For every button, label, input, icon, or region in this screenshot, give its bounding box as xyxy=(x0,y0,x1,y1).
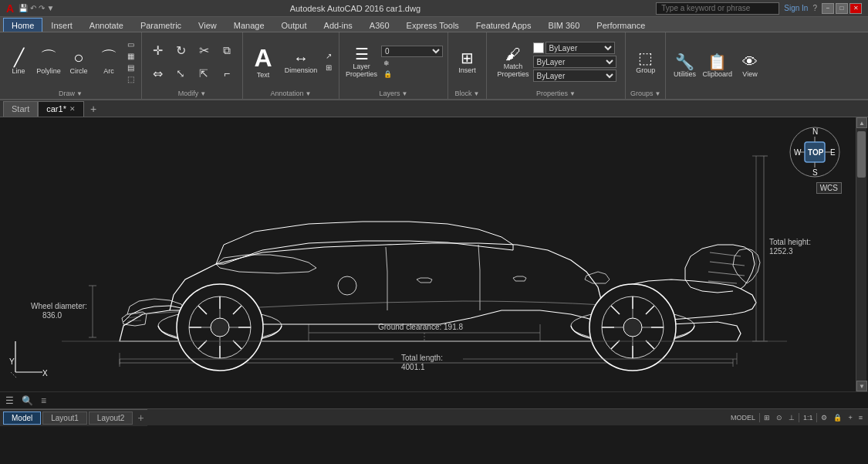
copy-button[interactable]: ⧉ xyxy=(216,39,238,61)
tab-expresstools[interactable]: Express Tools xyxy=(398,18,468,32)
compass-rose: N S E W TOP xyxy=(788,125,842,179)
rotate-icon: ↻ xyxy=(176,43,186,58)
table-button[interactable]: ⊞ xyxy=(323,63,334,73)
block-expand-icon[interactable]: ▼ xyxy=(474,90,480,97)
command-icon-2[interactable]: 🔍 xyxy=(19,395,35,407)
maximize-button[interactable]: □ xyxy=(836,3,848,14)
svg-text:X: X xyxy=(42,369,48,378)
tab-car1[interactable]: car1* ✕ xyxy=(38,101,84,117)
layer-extra-2[interactable]: 🔒 xyxy=(381,69,443,79)
trim-button[interactable]: ✂ xyxy=(193,39,214,61)
start-tab-label: Start xyxy=(12,104,29,113)
rotate-button[interactable]: ↻ xyxy=(170,39,191,61)
command-icon-3[interactable]: ≡ xyxy=(39,395,49,407)
grid-button[interactable]: ⊞ xyxy=(762,414,772,422)
tab-layout2[interactable]: Layout2 xyxy=(89,412,133,425)
linetype-select[interactable]: ByLayer xyxy=(533,56,616,68)
multileader-button[interactable]: ↗ xyxy=(323,51,334,61)
car1-tab-label: car1* xyxy=(46,104,66,113)
car1-tab-close[interactable]: ✕ xyxy=(69,105,76,113)
polyline-button[interactable]: ⌒ Polyline xyxy=(35,48,62,76)
move-button[interactable]: ✛ xyxy=(147,39,168,61)
scroll-down-button[interactable]: ▼ xyxy=(856,381,867,391)
minimize-button[interactable]: − xyxy=(822,3,834,14)
tab-insert[interactable]: Insert xyxy=(42,18,81,32)
boundary-button[interactable]: ⬚ xyxy=(125,74,137,84)
tab-manage[interactable]: Manage xyxy=(225,18,273,32)
text-button[interactable]: A Text xyxy=(248,44,279,80)
gradient-button[interactable]: ▤ xyxy=(125,63,137,73)
match-properties-button[interactable]: 🖌 Match Properties xyxy=(496,45,531,80)
lock-icon[interactable]: 🔒 xyxy=(831,414,844,422)
tab-model[interactable]: Model xyxy=(3,412,41,425)
color-select[interactable]: ByLayer xyxy=(545,42,615,54)
svg-point-24 xyxy=(211,318,229,337)
vertical-scrollbar[interactable]: ▲ ▼ xyxy=(856,117,866,391)
snap-button[interactable]: ⊙ xyxy=(774,414,785,422)
draw-expand-icon[interactable]: ▼ xyxy=(76,90,83,97)
ribbon-group-groups: ⬚ Group Groups ▼ xyxy=(626,32,666,99)
model-status[interactable]: MODEL xyxy=(728,414,758,422)
drawing-viewport[interactable]: -][Top][2D Wireframe] − □ ✕ Total height… xyxy=(0,117,856,391)
signin-button[interactable]: Sign In xyxy=(784,4,808,12)
command-icon-1[interactable]: ☰ xyxy=(3,395,16,407)
tab-performance[interactable]: Performance xyxy=(588,18,654,32)
tab-output[interactable]: Output xyxy=(273,18,316,32)
search-input[interactable] xyxy=(656,2,779,15)
plus-icon[interactable]: + xyxy=(846,414,854,422)
new-layout-button[interactable]: + xyxy=(134,412,147,424)
scale-button[interactable]: ⤡ xyxy=(170,63,191,84)
new-document-button[interactable]: + xyxy=(84,101,103,117)
circle-button[interactable]: ○ Circle xyxy=(65,48,93,76)
multileader-icon: ↗ xyxy=(326,52,332,60)
svg-text:Total height:: Total height: xyxy=(769,238,811,246)
circle-icon: ○ xyxy=(73,49,83,66)
layers-expand-icon[interactable]: ▼ xyxy=(402,90,408,97)
line-button[interactable]: ╱ Line xyxy=(5,48,32,76)
close-button[interactable]: ✕ xyxy=(849,3,862,14)
dimension-button[interactable]: ↔ Dimension xyxy=(281,49,321,76)
hatch-button[interactable]: ▦ xyxy=(125,51,137,61)
fillet-button[interactable]: ⌐ xyxy=(216,63,238,84)
settings-icon[interactable]: ⚙ xyxy=(819,414,829,422)
clipboard-button[interactable]: 📋 Clipboard xyxy=(701,52,734,80)
mirror-button[interactable]: ⇔ xyxy=(147,63,168,84)
annotation-expand-icon[interactable]: ▼ xyxy=(306,90,312,97)
tab-a360[interactable]: A360 xyxy=(361,18,398,32)
document-tab-bar: Start car1* ✕ + xyxy=(0,100,868,117)
command-input[interactable] xyxy=(52,396,865,405)
tab-view[interactable]: View xyxy=(190,18,225,32)
utilities-button[interactable]: 🔧 Utilities xyxy=(670,52,698,80)
tab-bim360[interactable]: BIM 360 xyxy=(539,18,588,32)
stretch-button[interactable]: ⇱ xyxy=(193,63,214,84)
tab-addins[interactable]: Add-ins xyxy=(316,18,361,32)
tab-home[interactable]: Home xyxy=(3,18,42,32)
layer-select[interactable]: 0 xyxy=(381,46,443,57)
tab-parametric[interactable]: Parametric xyxy=(132,18,190,32)
layer-extra-1[interactable]: ❄ xyxy=(381,59,443,68)
modify-expand-icon[interactable]: ▼ xyxy=(200,90,206,97)
color-swatch xyxy=(533,42,544,53)
layer-tools: ☰ Layer Properties 0 ❄ 🔒 xyxy=(344,36,443,88)
lineweight-select[interactable]: ByLayer xyxy=(533,69,616,82)
arc-button[interactable]: ⌒ Arc xyxy=(95,48,123,76)
tab-annotate[interactable]: Annotate xyxy=(81,18,132,32)
properties-expand-icon[interactable]: ▼ xyxy=(569,90,576,97)
tab-featuredapps[interactable]: Featured Apps xyxy=(468,18,540,32)
tab-layout1[interactable]: Layout1 xyxy=(42,412,87,425)
linetype-row: ByLayer xyxy=(533,56,616,68)
insert-button[interactable]: ⊞ Insert xyxy=(454,49,481,76)
view-button[interactable]: 👁 View xyxy=(736,52,764,80)
rectangle-button[interactable]: ▭ xyxy=(125,39,137,49)
help-icon[interactable]: ? xyxy=(812,4,817,12)
groups-expand-icon[interactable]: ▼ xyxy=(655,90,661,97)
customization-icon[interactable]: ≡ xyxy=(856,414,865,422)
group-button[interactable]: ⬚ Group xyxy=(632,49,660,76)
ortho-button[interactable]: ⊥ xyxy=(786,414,797,422)
stretch-icon: ⇱ xyxy=(199,67,208,80)
wcs-label[interactable]: WCS xyxy=(816,182,842,194)
scroll-thumb[interactable] xyxy=(857,131,866,178)
layer-properties-button[interactable]: ☰ Layer Properties xyxy=(344,45,379,80)
tab-start[interactable]: Start xyxy=(3,101,38,117)
scroll-up-button[interactable]: ▲ xyxy=(856,117,867,128)
